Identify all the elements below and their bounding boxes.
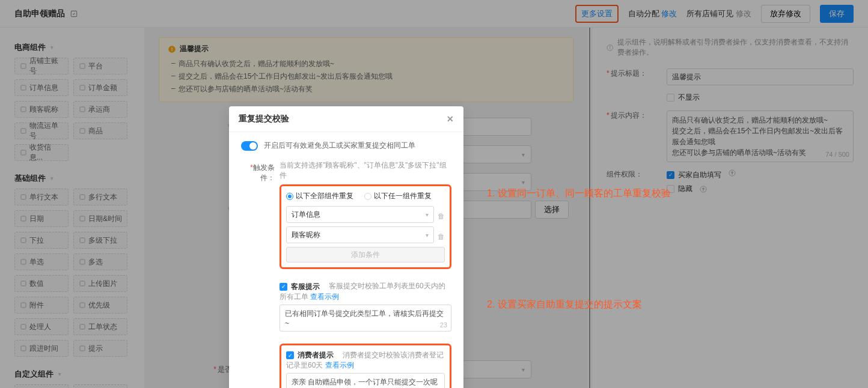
view-example-link[interactable]: 查看示例: [310, 293, 339, 301]
cs-tip-checkbox[interactable]: ✓客服提示: [280, 282, 320, 292]
add-condition-button[interactable]: 添加条件: [286, 247, 445, 262]
cs-tip-textarea[interactable]: 已有相同订单号提交此类型工单，请核实后再提交~23: [280, 305, 451, 332]
trash-icon[interactable]: 🗑: [438, 232, 445, 241]
radio-all[interactable]: 以下全部组件重复: [286, 191, 353, 201]
condition-select-2[interactable]: 顾客昵称▾: [286, 226, 434, 243]
annotation-1: 1. 设置同一订单、同一顾客的工单重复校验: [487, 187, 671, 200]
trash-icon[interactable]: 🗑: [438, 212, 445, 220]
close-icon[interactable]: ✕: [447, 114, 454, 124]
radio-any[interactable]: 以下任一组件重复: [364, 191, 432, 201]
trigger-conditions-highlight: 以下全部组件重复 以下任一组件重复 订单信息▾🗑 顾客昵称▾🗑 添加条件: [280, 184, 451, 269]
enable-switch[interactable]: [241, 141, 258, 151]
consumer-tip-checkbox[interactable]: ✓消费者提示: [286, 350, 334, 360]
condition-select-1[interactable]: 订单信息▾: [286, 206, 434, 223]
consumer-tip-textarea[interactable]: 亲亲 自助赠品申领，一个订单只能提交一次呢~有疑问可咨询在线客服~33: [286, 373, 445, 388]
view-example-link[interactable]: 查看示例: [325, 361, 354, 369]
duplicate-check-modal: 重复提交校验✕ 开启后可有效避免员工或买家重复提交相同工单 *触发条件： 当前支…: [229, 106, 463, 388]
modal-title: 重复提交校验: [239, 114, 289, 124]
annotation-2: 2. 设置买家自助重复提交的提示文案: [487, 299, 642, 311]
consumer-tip-highlight: ✓消费者提示 消费者提交时校验该消费者登记记录里60天 查看示例 亲亲 自助赠品…: [280, 344, 451, 389]
